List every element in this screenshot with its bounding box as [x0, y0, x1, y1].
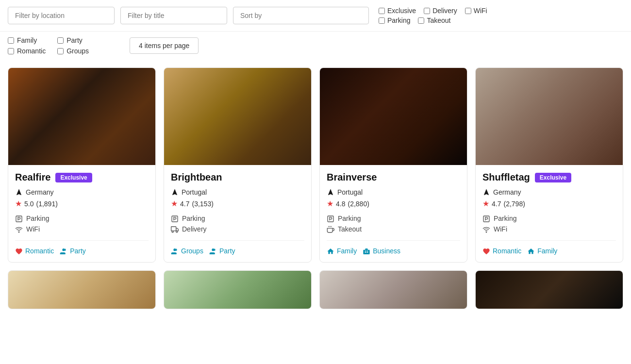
sortby-filter-input[interactable] [233, 7, 369, 24]
card-title: Shuffletag [482, 172, 530, 183]
tag-romantic: Romantic [15, 247, 54, 255]
card-title: Brainverse [327, 172, 377, 183]
amenity-label: Delivery [182, 225, 207, 233]
parking-checkbox[interactable] [379, 17, 385, 24]
bottom-card-bc4[interactable] [475, 270, 623, 309]
bottom-card-bc1[interactable] [8, 270, 156, 309]
party-tag-label[interactable]: Party [57, 36, 89, 44]
amenity-parking: Parking [15, 214, 149, 222]
tag-checkboxes: Family Romantic Party Groups [8, 36, 89, 55]
card-tags: Romantic Family [482, 240, 616, 255]
delivery-checkbox-label[interactable]: Delivery [424, 7, 457, 15]
groups-tag-label[interactable]: Groups [57, 47, 89, 55]
location-arrow-icon [15, 188, 23, 196]
per-page-button[interactable]: 4 items per page [130, 37, 199, 54]
romantic-tag-checkbox[interactable] [8, 48, 14, 54]
star-icon: ★ [482, 199, 489, 208]
location-arrow-icon [171, 188, 179, 196]
family-icon [527, 247, 535, 255]
card-tags: Groups Party [171, 240, 304, 255]
card-brightbean[interactable]: Brightbean Portugal ★ 4.7 (3,153) Parkin… [164, 67, 312, 263]
card-rating: ★ 4.8 (2,880) [327, 199, 460, 208]
top-filter-bar: Exclusive Delivery WiFi Parking Takeout [0, 0, 631, 32]
parking-icon [482, 214, 490, 222]
tag-label: Family [337, 247, 357, 255]
romantic-tag-label[interactable]: Romantic [8, 47, 46, 55]
tag-label: Party [219, 247, 235, 255]
tag-family: Family [527, 247, 557, 255]
delivery-checkbox[interactable] [424, 8, 430, 14]
card-amenities: Parking Takeout [327, 214, 460, 233]
card-body: Brainverse Portugal ★ 4.8 (2,880) Parkin… [320, 165, 467, 262]
card-realfire[interactable]: Realfire Exclusive Germany ★ 5.0 (1,891)… [8, 67, 156, 263]
exclusive-badge: Exclusive [535, 173, 571, 182]
card-amenities: Parking WiFi [482, 214, 616, 233]
amenity-takeout: Takeout [327, 225, 460, 233]
svg-rect-3 [171, 227, 176, 231]
tag-label: Party [70, 247, 86, 255]
tag-col-1: Family Romantic [8, 36, 46, 55]
exclusive-badge: Exclusive [55, 173, 92, 182]
card-title-row: Realfire Exclusive [15, 172, 149, 183]
amenity-wifi: WiFi [482, 225, 616, 233]
rating-reviews: (1,891) [36, 200, 57, 208]
parking-icon [327, 214, 334, 222]
svg-point-11 [486, 232, 486, 232]
card-title-row: Shuffletag Exclusive [482, 172, 616, 183]
amenity-label: Parking [494, 215, 516, 222]
takeout-checkbox-label[interactable]: Takeout [418, 17, 450, 24]
takeout-checkbox[interactable] [418, 17, 424, 24]
tag-col-2: Party Groups [57, 36, 89, 55]
family-tag-checkbox[interactable] [8, 37, 14, 44]
rating-reviews: (3,153) [192, 200, 213, 208]
card-amenities: Parking WiFi [15, 214, 149, 233]
parking-icon [171, 214, 179, 222]
card-rating: ★ 4.7 (3,153) [171, 199, 304, 208]
location-arrow-icon [482, 188, 490, 196]
location-text: Portugal [337, 188, 363, 196]
family-icon [327, 247, 334, 255]
parking-checkbox-label[interactable]: Parking [379, 17, 410, 24]
wifi-icon [482, 225, 490, 233]
family-tag-label[interactable]: Family [8, 36, 46, 44]
bottom-card-bc2[interactable] [164, 270, 312, 309]
card-title-row: Brainverse [327, 172, 460, 183]
card-shuffletag[interactable]: Shuffletag Exclusive Germany ★ 4.7 (2,79… [475, 67, 623, 263]
rating-value: 4.7 [492, 200, 501, 208]
rating-value: 4.7 [180, 200, 189, 208]
groups-tag-checkbox[interactable] [57, 48, 64, 54]
rating-reviews: (2,880) [348, 200, 369, 208]
amenity-parking: Parking [327, 214, 460, 222]
bottom-card-bc3[interactable] [319, 270, 467, 309]
location-filter-input[interactable] [8, 7, 115, 24]
location-text: Germany [493, 188, 521, 196]
tag-label: Business [373, 247, 400, 255]
exclusive-checkbox[interactable] [379, 8, 385, 14]
delivery-icon [171, 225, 179, 233]
card-tags: Romantic Party [15, 240, 149, 255]
star-icon: ★ [171, 199, 178, 208]
romantic-icon [15, 247, 23, 255]
card-image [164, 68, 311, 165]
location-text: Portugal [182, 188, 207, 196]
bottom-cards-row [0, 270, 631, 317]
amenity-parking: Parking [482, 214, 616, 222]
card-body: Shuffletag Exclusive Germany ★ 4.7 (2,79… [476, 165, 623, 262]
bottom-card-image [476, 271, 623, 309]
amenity-label: WiFi [494, 225, 507, 233]
wifi-checkbox[interactable] [465, 8, 471, 14]
exclusive-checkbox-label[interactable]: Exclusive [379, 7, 416, 15]
tag-business: Business [363, 247, 400, 255]
wifi-checkbox-label[interactable]: WiFi [465, 7, 487, 15]
party-tag-checkbox[interactable] [57, 37, 64, 44]
amenity-label: Parking [338, 215, 361, 222]
tag-label: Romantic [493, 247, 521, 255]
card-title: Realfire [15, 172, 50, 183]
card-body: Brightbean Portugal ★ 4.7 (3,153) Parkin… [164, 165, 311, 262]
card-brainverse[interactable]: Brainverse Portugal ★ 4.8 (2,880) Parkin… [319, 67, 467, 263]
amenity-label: Takeout [338, 225, 362, 233]
rating-value: 5.0 [24, 200, 33, 208]
tag-groups: Groups [171, 247, 203, 255]
second-filter-bar: Family Romantic Party Groups 4 items per… [0, 32, 631, 60]
title-filter-input[interactable] [120, 7, 227, 24]
